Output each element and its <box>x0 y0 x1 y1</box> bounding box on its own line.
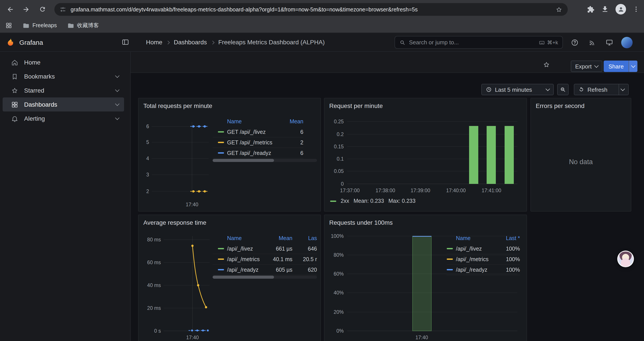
legend-table: Name Mean Las /api/_/livez 661 µs 646 /a… <box>212 234 317 275</box>
bookmark-folder-blogs[interactable]: 收藏博客 <box>67 22 99 29</box>
bookmark-icon <box>11 73 18 80</box>
share-button[interactable]: Share <box>604 61 637 72</box>
refresh-icon <box>578 87 584 93</box>
series-mean: 661 µs <box>266 245 292 252</box>
chevron-down-icon <box>620 87 625 91</box>
series-name[interactable]: GET /api/_/readyz <box>227 150 286 156</box>
series-name[interactable]: /api/_/livez <box>456 245 500 252</box>
series-color-green <box>447 248 453 249</box>
sidebar-item-dashboards[interactable]: Dashboards <box>3 97 124 112</box>
sidebar-item-starred[interactable]: Starred <box>3 83 124 97</box>
series-name[interactable]: 2xx <box>341 198 349 204</box>
chevron-down-icon <box>631 63 636 68</box>
sidebar-item-bookmarks[interactable]: Bookmarks <box>3 69 124 83</box>
bookmark-label: Freeleaps <box>32 22 57 29</box>
forward-icon[interactable] <box>20 4 32 15</box>
address-bar[interactable]: grafana.mathmast.com/d/deytv4rwavabkb/fr… <box>54 3 568 16</box>
apps-grid-icon[interactable] <box>5 22 12 29</box>
help-icon[interactable] <box>570 37 580 48</box>
share-dropdown-button[interactable] <box>629 61 637 72</box>
sidebar-item-label: Dashboards <box>24 101 57 108</box>
legend-row: GET /api/_/livez 6 <box>212 127 303 137</box>
series-name[interactable]: GET /api/_/livez <box>227 129 286 135</box>
series-name[interactable]: /api/_/readyz <box>456 267 500 273</box>
scrollbar-thumb[interactable] <box>212 159 274 162</box>
folder-icon <box>23 22 29 29</box>
export-button[interactable]: Export <box>571 61 602 72</box>
bookmark-folder-freeleaps[interactable]: Freeleaps <box>23 22 57 29</box>
panel-title[interactable]: Errors per second <box>536 102 584 109</box>
back-icon[interactable] <box>4 4 16 15</box>
zoom-out-button[interactable] <box>557 84 568 95</box>
chevron-down-icon[interactable] <box>115 88 120 92</box>
chevron-down-icon[interactable] <box>115 102 120 106</box>
browser-menu-icon[interactable] <box>632 6 640 13</box>
folder-icon <box>67 22 74 29</box>
nav-sidebar: Home Bookmarks Starred Dashboards Alerti… <box>0 52 131 341</box>
breadcrumb-dashboards[interactable]: Dashboards <box>174 39 207 46</box>
chevron-down-icon <box>594 63 598 68</box>
series-color-green <box>330 200 336 202</box>
series-mean: 6 <box>286 150 303 156</box>
x-tick: 17:41:00 <box>482 188 501 193</box>
url-text[interactable]: grafana.mathmast.com/d/deytv4rwavabkb/fr… <box>70 6 551 13</box>
legend-col-last[interactable]: Las <box>292 235 317 241</box>
sidebar-item-label: Bookmarks <box>24 73 55 80</box>
sidebar-item-alerting[interactable]: Alerting <box>3 112 124 126</box>
site-settings-icon[interactable] <box>60 6 66 13</box>
favorite-star-icon[interactable] <box>543 61 550 69</box>
chevron-down-icon[interactable] <box>115 74 120 78</box>
clock-icon <box>486 87 492 93</box>
series-name[interactable]: /api/_/metrics <box>227 256 266 262</box>
browser-toolbar: grafana.mathmast.com/d/deytv4rwavabkb/fr… <box>0 0 644 19</box>
chevron-right-icon <box>166 41 170 44</box>
reload-icon[interactable] <box>37 4 48 15</box>
extensions-icon[interactable] <box>587 6 594 13</box>
x-tick: 17:40 <box>186 202 198 207</box>
series-color-yellow <box>218 258 224 260</box>
scrollbar-thumb[interactable] <box>212 276 274 279</box>
news-rss-icon[interactable] <box>586 37 597 48</box>
legend-col-name[interactable]: Name <box>227 118 286 124</box>
legend-col-last[interactable]: Last * <box>500 235 520 241</box>
search-placeholder: Search or jump to... <box>409 39 535 46</box>
x-tick: 17:40 <box>416 335 428 340</box>
browser-profile-avatar[interactable] <box>616 4 626 15</box>
refresh-button[interactable]: Refresh <box>574 84 629 95</box>
series-color-blue <box>218 152 224 154</box>
grafana-brand[interactable]: Grafana <box>19 39 43 46</box>
downloads-icon[interactable] <box>601 5 609 13</box>
monitor-icon[interactable] <box>604 37 615 48</box>
series-mean: 605 µs <box>266 267 292 273</box>
bar-chart[interactable] <box>324 98 526 211</box>
star-icon <box>11 87 18 94</box>
panel-request-per-minute: Request per minute 0.25 0.2 0.15 0.1 0.0… <box>324 98 527 212</box>
chevron-down-icon[interactable] <box>115 116 120 120</box>
time-range-picker[interactable]: Last 5 minutes <box>481 84 554 95</box>
legend-col-name[interactable]: Name <box>227 235 266 241</box>
series-name[interactable]: GET /api/_/metrics <box>227 139 286 146</box>
legend-table: Name Mean GET /api/_/livez 6 GET /api/_/… <box>212 118 303 158</box>
breadcrumb-home[interactable]: Home <box>146 39 162 46</box>
sidebar-toggle-icon[interactable] <box>122 38 129 46</box>
bar-chart[interactable] <box>324 215 526 341</box>
legend-scrollbar[interactable] <box>212 159 317 162</box>
grafana-logo[interactable] <box>6 37 15 47</box>
series-name[interactable]: /api/_/livez <box>227 245 266 252</box>
user-avatar[interactable] <box>621 37 632 48</box>
legend-col-name[interactable]: Name <box>456 235 500 241</box>
dashboard-canvas: Export Share Last 5 minutes <box>131 52 644 341</box>
legend-row: /api/_/metrics 40.1 ms 20.5 r <box>212 254 317 265</box>
no-data-message: No data <box>569 158 593 166</box>
assistant-avatar-button[interactable] <box>617 251 634 267</box>
series-name[interactable]: /api/_/metrics <box>456 256 500 262</box>
bell-icon <box>11 115 18 122</box>
legend-col-mean[interactable]: Mean <box>286 118 303 124</box>
bookmark-star-icon[interactable] <box>556 6 562 13</box>
search-input[interactable]: Search or jump to... ⌘+k <box>394 36 563 49</box>
sidebar-item-home[interactable]: Home <box>3 55 124 69</box>
series-mean: 6 <box>286 129 303 135</box>
legend-scrollbar[interactable] <box>212 276 317 279</box>
series-name[interactable]: /api/_/readyz <box>227 267 266 273</box>
legend-col-mean[interactable]: Mean <box>266 235 292 241</box>
